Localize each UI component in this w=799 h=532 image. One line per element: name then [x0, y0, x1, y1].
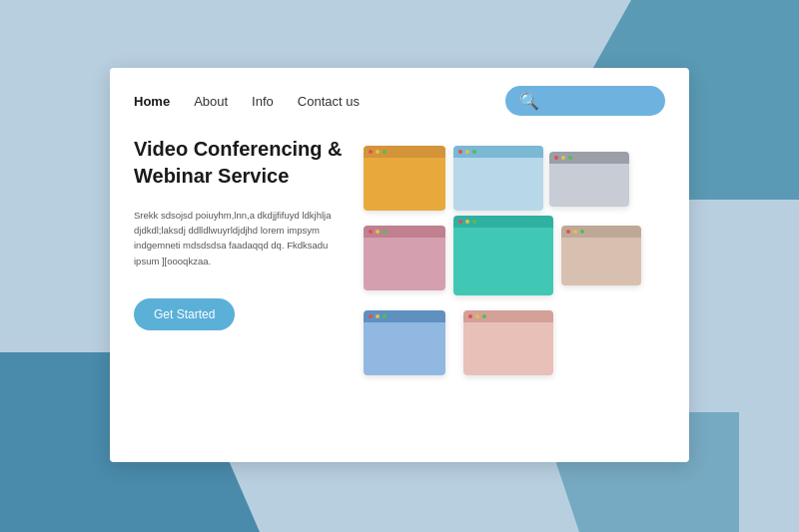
get-started-button[interactable]: Get Started	[134, 298, 235, 330]
win6-dot-yellow	[573, 230, 577, 234]
browser-window-2	[453, 146, 543, 211]
win1-dot-green	[383, 150, 387, 154]
hero-description: Srekk sdsojsd poiuyhm,lnn,a dkdjjfifuyd …	[134, 208, 344, 268]
win4-body	[364, 238, 445, 290]
win3-titlebar	[549, 152, 629, 164]
win4-dot-red	[369, 230, 373, 234]
win4-titlebar	[364, 226, 445, 238]
browser-window-3	[549, 152, 629, 207]
win8-dot-red	[468, 314, 472, 318]
right-panel	[354, 136, 665, 435]
win6-dot-green	[580, 230, 584, 234]
win2-dot-green	[472, 150, 476, 154]
win5-titlebar	[453, 216, 553, 228]
search-icon: 🔍	[519, 92, 539, 111]
win7-dot-yellow	[376, 314, 380, 318]
win7-dot-green	[383, 314, 387, 318]
win2-dot-red	[458, 150, 462, 154]
win8-dot-green	[482, 314, 486, 318]
win5-dot-red	[458, 220, 462, 224]
win5-dot-yellow	[465, 220, 469, 224]
win6-titlebar	[561, 226, 641, 238]
win3-body	[549, 164, 629, 207]
win7-dot-red	[369, 314, 373, 318]
win4-dot-yellow	[376, 230, 380, 234]
win2-titlebar	[453, 146, 543, 158]
win3-dot-red	[554, 156, 558, 160]
win6-body	[561, 238, 641, 285]
browser-window-7	[364, 310, 445, 375]
win2-dot-yellow	[465, 150, 469, 154]
win2-body	[453, 158, 543, 211]
win1-titlebar	[364, 146, 445, 158]
win1-dot-red	[369, 150, 373, 154]
browser-window-8	[463, 310, 553, 375]
search-bar[interactable]: 🔍	[505, 86, 665, 116]
nav-about[interactable]: About	[194, 94, 228, 109]
browser-window-4	[364, 226, 445, 290]
win8-dot-yellow	[475, 314, 479, 318]
navbar: Home About Info Contact us 🔍	[110, 68, 689, 126]
browser-window-1	[364, 146, 445, 211]
content-area: Video Conferencing &Webinar Service Srek…	[110, 126, 689, 435]
nav-home[interactable]: Home	[134, 94, 170, 109]
browser-window-6	[561, 226, 641, 285]
win3-dot-yellow	[561, 156, 565, 160]
win7-body	[364, 322, 445, 375]
hero-title: Video Conferencing &Webinar Service	[134, 136, 344, 190]
browser-window-5	[453, 216, 553, 295]
win1-dot-yellow	[376, 150, 380, 154]
win3-dot-green	[568, 156, 572, 160]
win5-dot-green	[472, 220, 476, 224]
nav-contact[interactable]: Contact us	[298, 94, 360, 109]
win8-titlebar	[463, 310, 553, 322]
left-panel: Video Conferencing &Webinar Service Srek…	[134, 136, 354, 435]
main-card: Home About Info Contact us 🔍 Video Confe…	[110, 68, 689, 462]
win7-titlebar	[364, 310, 445, 322]
win8-body	[463, 322, 553, 375]
win5-body	[453, 228, 553, 295]
win6-dot-red	[566, 230, 570, 234]
nav-info[interactable]: Info	[252, 94, 274, 109]
win1-body	[364, 158, 445, 211]
win4-dot-green	[383, 230, 387, 234]
